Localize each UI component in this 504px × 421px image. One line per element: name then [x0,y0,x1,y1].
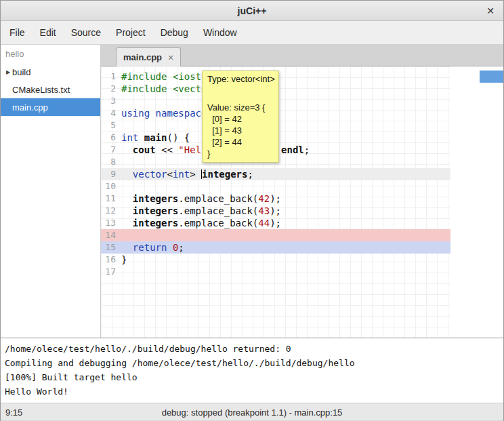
code-segment: return [133,242,167,253]
line-number[interactable]: 17 [101,266,116,278]
tree-item-build[interactable]: ▶build [1,63,100,81]
code-segment: integers [133,218,178,228]
code-segment [150,108,155,119]
expand-arrow-icon[interactable]: ▶ [1,69,12,75]
code-line-12[interactable]: 12 integers.emplace_back(43); [101,205,450,217]
main-area: hello ▶buildCMakeLists.txtmain.cpp main.… [1,45,503,338]
scrollbar-thumb[interactable] [480,71,503,83]
code-line-16[interactable]: 16} [101,254,450,266]
line-number[interactable]: 12 [101,205,116,217]
code-text: vector<int> integers; [121,168,253,180]
code-editor[interactable]: 1#include <iostream>2#include <vector>34… [101,66,503,338]
code-text: integers.emplace_back(42); [121,193,281,205]
close-icon[interactable]: ✕ [486,1,495,20]
code-segment: .emplace_back( [178,218,258,228]
line-number[interactable]: 2 [101,83,116,95]
line-number[interactable]: 16 [101,254,116,266]
code-segment: > [190,169,201,180]
code-segment: ); [270,205,281,216]
code-line-10[interactable]: 10 [101,180,450,193]
menu-debug[interactable]: Debug [153,21,196,44]
status-cursor-position: 9:15 [1,407,22,418]
project-name: hello [1,45,100,63]
menu-edit[interactable]: Edit [33,21,64,44]
tooltip-value-line: [0] = 42 [207,113,274,125]
tooltip-value-line: [2] = 44 [207,136,274,148]
titlebar[interactable]: juCi++ ✕ [1,1,503,21]
tooltip-value-line: } [207,148,274,159]
code-segment: using [121,108,150,119]
code-segment: 42 [258,193,270,204]
code-line-14[interactable]: 14 [101,229,450,241]
line-number[interactable]: 10 [101,180,116,193]
code-line-9[interactable]: 9 vector<int> integers; [101,168,450,180]
code-segment: ; [247,169,253,180]
output-line: Compiling and debugging /home/olece/test… [5,356,499,370]
code-segment: ); [270,218,281,228]
line-number[interactable]: 7 [101,144,116,156]
tree-item-main-cpp[interactable]: main.cpp [1,98,100,116]
code-line-11[interactable]: 11 integers.emplace_back(42); [101,193,450,205]
line-number[interactable]: 6 [101,132,116,144]
tooltip-value-line: [1] = 43 [207,125,274,136]
code-segment: } [121,254,127,265]
code-segment [121,242,133,253]
menu-window[interactable]: Window [196,21,245,44]
file-tree-panel: hello ▶buildCMakeLists.txtmain.cpp [1,45,101,338]
code-segment [167,242,172,253]
tree-item-label: CMakeLists.txt [12,85,70,95]
code-line-17[interactable]: 17 [101,266,450,278]
code-text: int main() { [121,132,190,144]
line-number[interactable]: 8 [101,156,116,168]
output-line: Hello World! [5,384,499,399]
code-segment [121,193,133,204]
line-number[interactable]: 9 [101,168,116,180]
output-line: [100%] Built target hello [5,370,499,384]
line-number[interactable]: 11 [101,193,116,205]
tab-close-icon[interactable]: × [168,52,173,63]
tree-item-cmakelists-txt[interactable]: CMakeLists.txt [1,81,100,98]
code-segment: cout [133,144,156,155]
menu-file[interactable]: File [2,21,33,44]
tooltip-value-line: Value: size=3 { [207,102,274,113]
menu-source[interactable]: Source [64,21,108,44]
output-line: /home/olece/test/hello/./build/debug/hel… [5,342,499,356]
code-segment: #include [121,83,167,94]
tab-main-cpp[interactable]: main.cpp × [116,47,181,66]
code-segment: << [156,144,179,155]
code-segment: () { [167,132,190,143]
code-segment: integers [133,205,178,216]
line-number[interactable]: 4 [101,107,116,119]
code-segment: 44 [258,218,270,228]
line-number[interactable]: 15 [101,241,116,254]
code-segment [121,169,133,180]
code-line-13[interactable]: 13 integers.emplace_back(44); [101,217,450,229]
statusbar: 9:15 debug: stopped (breakpoint 1.1) - m… [1,403,503,421]
line-number[interactable]: 13 [101,217,116,229]
code-segment: endl [281,144,304,155]
line-number[interactable]: 1 [101,71,116,83]
code-segment: integers [202,169,247,180]
file-tree: ▶buildCMakeLists.txtmain.cpp [1,63,100,116]
code-segment [121,218,133,228]
code-segment: int [173,169,190,180]
code-line-15[interactable]: 15 return 0; [101,241,450,254]
code-segment: ); [270,193,281,204]
code-segment [167,71,172,82]
line-number[interactable]: 14 [101,229,116,241]
tooltip-type-line: Type: vector<int> [207,73,274,85]
code-segment [121,144,133,155]
code-text: return 0; [121,241,184,254]
window-title: juCi++ [238,5,267,16]
output-terminal[interactable]: /home/olece/test/hello/./build/debug/hel… [1,338,503,403]
code-segment: vector [133,169,167,180]
line-number[interactable]: 3 [101,95,116,107]
code-segment [138,132,144,143]
tab-label: main.cpp [123,52,162,62]
code-segment: main [144,132,167,143]
line-number[interactable]: 5 [101,119,116,132]
app-window: juCi++ ✕ FileEditSourceProjectDebugWindo… [0,0,504,421]
code-segment: < [167,169,172,180]
menu-project[interactable]: Project [108,21,153,44]
editor-column: main.cpp × 1#include <iostream>2#include… [101,45,503,338]
